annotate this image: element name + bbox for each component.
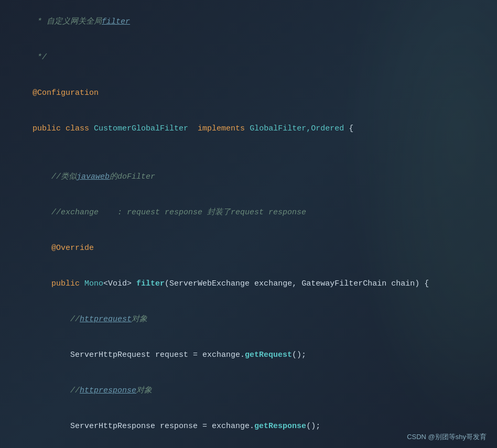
code-editor: * 自定义网关全局filter */ @Configuration public… [0,0,497,448]
code-line-4: public class CustomerGlobalFilter implem… [0,111,497,147]
code-line-14: System.out.println("经过全局Filter处理......")… [0,444,497,448]
watermark-text: CSDN @别团等shy哥发育 [407,432,487,442]
code-line-10: //httprequest对象 [0,302,497,337]
code-line-7: //exchange : request response 封装了request… [0,195,497,231]
code-line-1: * 自定义网关全局filter [0,4,497,40]
code-line-9: public Mono<Void> filter(ServerWebExchan… [0,266,497,302]
code-line-12: //httpresponse对象 [0,373,497,409]
code-line-11: ServerHttpRequest request = exchange.get… [0,337,497,373]
code-line-5 [0,147,497,159]
code-line-3: @Configuration [0,75,497,111]
code-line-8: @Override [0,231,497,266]
code-line-2: */ [0,40,497,75]
code-line-6: //类似javaweb的doFilter [0,159,497,195]
